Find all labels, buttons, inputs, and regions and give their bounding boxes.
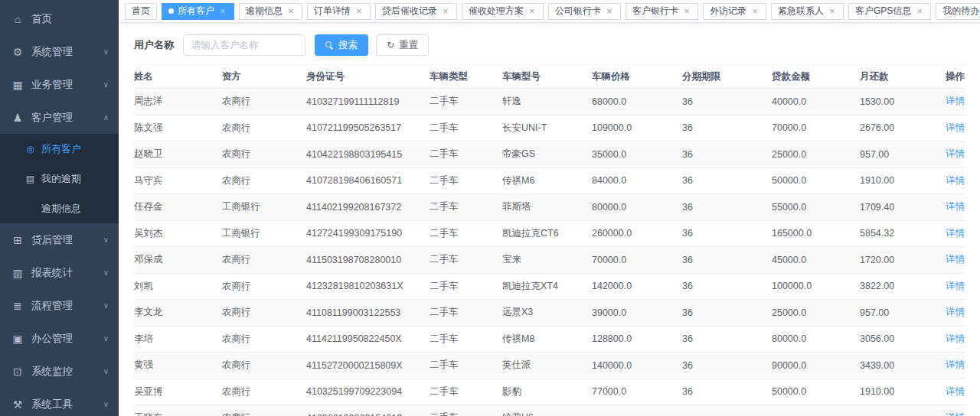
detail-link[interactable]: 详情 bbox=[946, 333, 965, 344]
view-tab[interactable]: 逾期信息 × bbox=[239, 3, 302, 20]
cell-loan: 25000.0 bbox=[772, 141, 860, 168]
view-tab[interactable]: 催收处理方案 × bbox=[462, 3, 544, 20]
close-icon[interactable]: × bbox=[286, 7, 296, 16]
view-tab[interactable]: 所有客户 × bbox=[162, 3, 234, 20]
sidebar-item-label: 报表统计 bbox=[31, 266, 73, 280]
table-body: 周志洋 农商行 410327199111112819 二手车 轩逸 68000.… bbox=[134, 89, 965, 416]
close-icon[interactable]: × bbox=[915, 7, 924, 16]
close-icon[interactable]: × bbox=[441, 7, 450, 16]
cell-loan: 90000.0 bbox=[772, 353, 860, 379]
view-tab[interactable]: 公司银行卡 × bbox=[548, 3, 621, 20]
view-tab[interactable]: 订单详情 × bbox=[307, 3, 371, 20]
cell-funder: 农商行 bbox=[222, 141, 306, 168]
sidebar-item[interactable]: ▣ 办公管理 ∨ bbox=[0, 322, 119, 355]
sidebar-item-label: 系统管理 bbox=[31, 45, 73, 59]
cell-price: 84000.0 bbox=[592, 167, 682, 194]
detail-link[interactable]: 详情 bbox=[946, 96, 965, 106]
cell-price: 80000.0 bbox=[592, 194, 682, 221]
close-icon[interactable]: × bbox=[682, 7, 691, 16]
view-tab[interactable]: 紧急联系人 × bbox=[771, 3, 844, 20]
tab-label: 客户银行卡 bbox=[632, 5, 678, 18]
table-row: 黄强 农商行 41152720000215809X 二手车 英仕派 140000… bbox=[134, 353, 965, 379]
cell-monthly: 1910.00 bbox=[860, 167, 946, 194]
cell-funder: 工商银行 bbox=[222, 220, 306, 247]
cell-model: 宝来 bbox=[502, 247, 592, 274]
detail-link[interactable]: 详情 bbox=[946, 175, 965, 186]
cell-id-number: 410422198803195415 bbox=[306, 141, 430, 168]
detail-link[interactable]: 详情 bbox=[946, 228, 965, 239]
cell-term: 36 bbox=[682, 194, 772, 221]
close-icon[interactable]: × bbox=[528, 7, 537, 16]
tab-label: 公司银行卡 bbox=[555, 5, 601, 18]
active-dot bbox=[168, 8, 174, 14]
cell-action: 详情 bbox=[946, 89, 965, 115]
cell-monthly: 957.00 bbox=[860, 141, 946, 168]
cell-price: 260000.0 bbox=[592, 220, 682, 247]
detail-link[interactable]: 详情 bbox=[946, 307, 965, 317]
view-tab[interactable]: 客户GPS信息 × bbox=[848, 3, 931, 20]
sidebar-item[interactable]: ⚒ 系统工具 ∨ bbox=[0, 388, 119, 416]
close-icon[interactable]: × bbox=[354, 7, 364, 16]
cell-name: 周志洋 bbox=[134, 89, 222, 115]
sidebar-item[interactable]: ⚙ 系统管理 ∨ bbox=[0, 35, 119, 68]
cell-vehicle-type: 二手车 bbox=[430, 141, 502, 168]
cell-monthly: 1910.00 bbox=[860, 379, 946, 405]
detail-link[interactable]: 详情 bbox=[946, 412, 965, 416]
search-button[interactable]: 搜索 bbox=[315, 34, 368, 56]
view-tab[interactable]: 客户银行卡 × bbox=[626, 3, 698, 20]
sidebar-subitem[interactable]: ◎ 所有客户 bbox=[0, 134, 119, 164]
sidebar-item[interactable]: ♟ 客户管理 ∧ bbox=[0, 101, 119, 134]
table-row: 吴亚博 农商行 410325199709223094 二手车 影豹 77000.… bbox=[134, 379, 965, 405]
cell-id-number: 41152720000215809X bbox=[306, 353, 430, 379]
detail-link[interactable]: 详情 bbox=[946, 201, 965, 212]
cell-funder: 农商行 bbox=[222, 115, 306, 141]
cell-action: 详情 bbox=[946, 194, 965, 221]
cell-vehicle-type: 二手车 bbox=[430, 194, 502, 221]
cell-monthly: 957.00 bbox=[860, 300, 946, 327]
view-tab[interactable]: 首页 × bbox=[125, 3, 157, 20]
search-field-label: 用户名称 bbox=[134, 38, 174, 52]
detail-link[interactable]: 详情 bbox=[946, 254, 965, 265]
close-icon[interactable]: × bbox=[828, 7, 837, 16]
detail-link[interactable]: 详情 bbox=[946, 122, 965, 133]
submenu-icon: ▤ bbox=[24, 174, 36, 184]
view-tab[interactable]: 外访记录 × bbox=[703, 3, 766, 20]
refresh-icon: ↻ bbox=[387, 41, 394, 50]
sidebar-subitem[interactable]: 逾期信息 bbox=[0, 193, 119, 223]
close-icon[interactable]: × bbox=[750, 7, 760, 16]
sidebar-item[interactable]: ⊡ 系统监控 ∨ bbox=[0, 355, 119, 388]
close-icon[interactable]: × bbox=[605, 7, 614, 16]
detail-link[interactable]: 详情 bbox=[946, 148, 965, 159]
view-tab[interactable]: 贷后催收记录 × bbox=[375, 3, 457, 20]
close-icon[interactable]: × bbox=[218, 7, 227, 16]
detail-link[interactable]: 详情 bbox=[946, 386, 965, 397]
cell-loan: 25000.0 bbox=[772, 300, 860, 327]
cell-price: 39000.0 bbox=[592, 300, 682, 327]
sidebar-item[interactable]: ▦ 业务管理 ∨ bbox=[0, 68, 119, 101]
cell-vehicle-type: 二手车 bbox=[430, 300, 502, 327]
menu-icon: ▦ bbox=[11, 79, 24, 91]
sidebar-item[interactable]: ⊞ 贷后管理 ∨ bbox=[0, 223, 119, 256]
cell-model: 轩逸 bbox=[502, 89, 592, 115]
tab-label: 订单详情 bbox=[314, 5, 351, 18]
cell-monthly: 1709.40 bbox=[860, 194, 946, 221]
cell-model: 帝豪GS bbox=[502, 141, 592, 168]
sidebar-subitem[interactable]: ▤ 我的逾期 bbox=[0, 164, 119, 193]
cell-model: 影豹 bbox=[502, 379, 592, 405]
detail-link[interactable]: 详情 bbox=[946, 359, 965, 370]
detail-link[interactable]: 详情 bbox=[946, 281, 965, 291]
sidebar-item[interactable]: ≣ 流程管理 ∨ bbox=[0, 289, 119, 322]
submenu-icon: ◎ bbox=[24, 144, 36, 154]
cell-name: 吴刘杰 bbox=[134, 220, 222, 247]
column-header: 姓名 bbox=[134, 65, 222, 89]
cell-name: 任存金 bbox=[134, 194, 222, 221]
view-tab[interactable]: 我的待办 × bbox=[936, 3, 980, 20]
customer-name-input[interactable] bbox=[183, 34, 305, 56]
sidebar-item[interactable]: ⌂ 首页 bbox=[0, 2, 119, 35]
cell-loan: 55000.0 bbox=[772, 194, 860, 221]
column-header: 车辆型号 bbox=[502, 65, 592, 89]
sidebar-item[interactable]: ▥ 报表统计 ∨ bbox=[0, 256, 119, 289]
reset-button[interactable]: ↻ 重置 bbox=[376, 34, 429, 56]
cell-model: 凯迪拉克XT4 bbox=[502, 273, 592, 300]
cell-funder: 农商行 bbox=[222, 89, 306, 115]
